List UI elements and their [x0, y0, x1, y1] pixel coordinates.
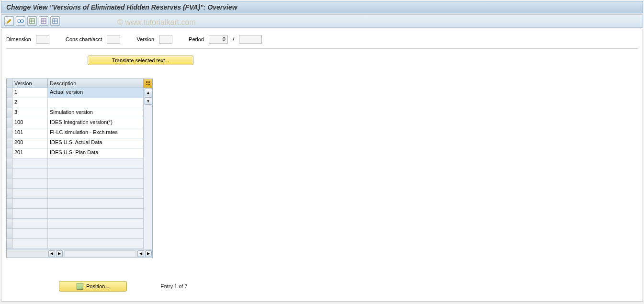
period-input-2[interactable] — [239, 35, 262, 44]
row-selector[interactable] — [7, 128, 12, 138]
period-input-1[interactable] — [209, 35, 228, 44]
table-row[interactable] — [7, 219, 144, 229]
row-selector[interactable] — [7, 88, 12, 98]
row-selector[interactable] — [7, 229, 12, 239]
table-row[interactable]: 3Simulation version — [7, 108, 144, 118]
cons-chart-label: Cons chart/acct — [66, 36, 102, 42]
row-selector[interactable] — [7, 148, 12, 158]
cell-description[interactable] — [48, 239, 144, 249]
horizontal-scrollbar[interactable]: ◀ ▶ ◀ ▶ — [7, 249, 152, 258]
table-row[interactable]: 201IDES U.S. Plan Data — [7, 148, 144, 158]
table-row[interactable] — [7, 179, 144, 189]
cell-description[interactable]: IDES U.S. Actual Data — [48, 138, 144, 148]
footer-bar: Position... Entry 1 of 7 — [6, 281, 188, 292]
table-row[interactable] — [7, 209, 144, 219]
table-row[interactable] — [7, 189, 144, 199]
cell-version[interactable]: 200 — [12, 138, 48, 148]
position-icon — [77, 283, 83, 290]
cell-version[interactable] — [12, 229, 48, 239]
version-label: Version — [136, 36, 154, 42]
table-row[interactable] — [7, 229, 144, 239]
table-row[interactable] — [7, 169, 144, 179]
cell-version[interactable]: 2 — [12, 98, 48, 108]
row-selector[interactable] — [7, 118, 12, 128]
header-fields: Dimension Cons chart/acct Version Period… — [6, 34, 638, 49]
cell-version[interactable] — [12, 209, 48, 219]
hscroll-right-icon[interactable]: ▶ — [56, 250, 63, 257]
table-row[interactable]: 200IDES U.S. Actual Data — [7, 138, 144, 148]
cell-version[interactable] — [12, 179, 48, 189]
cell-description[interactable]: IDES Integration version(*) — [48, 118, 144, 128]
table-row[interactable] — [7, 158, 144, 169]
table-row[interactable]: 101FI-LC simulation - Exch.rates — [7, 128, 144, 138]
table-configure-icon[interactable] — [144, 79, 152, 88]
cell-description[interactable] — [48, 179, 144, 189]
cell-description[interactable] — [48, 98, 144, 108]
table-row[interactable]: 2 — [7, 98, 144, 108]
cell-description[interactable]: FI-LC simulation - Exch.rates — [48, 128, 144, 138]
scroll-down-icon[interactable]: ▼ — [145, 97, 152, 105]
dimension-input[interactable] — [36, 35, 49, 44]
row-selector[interactable] — [7, 169, 12, 179]
table-row[interactable] — [7, 239, 144, 249]
row-selector[interactable] — [7, 138, 12, 148]
cell-description[interactable]: IDES U.S. Plan Data — [48, 148, 144, 158]
row-selector[interactable] — [7, 209, 12, 219]
cell-version[interactable]: 3 — [12, 108, 48, 118]
table-row[interactable]: 100IDES Integration version(*) — [7, 118, 144, 128]
table-settings-icon[interactable] — [50, 16, 60, 26]
hscroll-track[interactable] — [64, 250, 136, 257]
cell-version[interactable] — [12, 199, 48, 209]
cell-version[interactable] — [12, 158, 48, 169]
table-row[interactable]: 1Actual version — [7, 88, 144, 98]
cell-version[interactable]: 100 — [12, 118, 48, 128]
version-input[interactable] — [159, 35, 172, 44]
position-button[interactable]: Position... — [59, 281, 127, 292]
cell-description[interactable] — [48, 158, 144, 169]
cell-version[interactable]: 101 — [12, 128, 48, 138]
row-selector[interactable] — [7, 189, 12, 199]
cell-version[interactable]: 1 — [12, 88, 48, 98]
row-selector[interactable] — [7, 108, 12, 118]
cell-version[interactable]: 201 — [12, 148, 48, 158]
cell-version[interactable] — [12, 219, 48, 229]
hscroll-left2-icon[interactable]: ◀ — [137, 250, 144, 257]
row-selector[interactable] — [7, 199, 12, 209]
select-all-handle[interactable] — [7, 79, 12, 88]
cell-description[interactable] — [48, 209, 144, 219]
versions-table: Version Description 1Actual version23Sim… — [6, 79, 153, 258]
row-selector[interactable] — [7, 158, 12, 169]
cell-version[interactable] — [12, 239, 48, 249]
cell-description[interactable] — [48, 229, 144, 239]
cell-description[interactable] — [48, 199, 144, 209]
position-button-label: Position... — [86, 283, 109, 289]
row-selector[interactable] — [7, 98, 12, 108]
cell-description[interactable]: Simulation version — [48, 108, 144, 118]
watermark-text: © www.tutorialkart.com — [117, 18, 196, 27]
cell-description[interactable]: Actual version — [48, 88, 144, 98]
table-save-icon[interactable] — [39, 16, 48, 26]
cons-chart-input[interactable] — [107, 35, 120, 44]
hscroll-left-icon[interactable]: ◀ — [48, 250, 55, 257]
cell-version[interactable] — [12, 169, 48, 179]
cell-description[interactable] — [48, 219, 144, 229]
cell-description[interactable] — [48, 169, 144, 179]
glasses-icon[interactable] — [16, 16, 25, 26]
hscroll-right2-icon[interactable]: ▶ — [145, 250, 152, 257]
row-selector[interactable] — [7, 239, 12, 249]
table-icon[interactable] — [27, 16, 37, 26]
column-version[interactable]: Version — [12, 79, 48, 88]
row-selector[interactable] — [7, 219, 12, 229]
pencil-icon[interactable] — [4, 16, 14, 26]
translate-button[interactable]: Translate selected text... — [88, 56, 193, 65]
column-description[interactable]: Description — [48, 79, 144, 88]
cell-version[interactable] — [12, 189, 48, 199]
dimension-label: Dimension — [6, 36, 31, 42]
table-row[interactable] — [7, 199, 144, 209]
cell-description[interactable] — [48, 189, 144, 199]
scroll-up-icon[interactable]: ▲ — [145, 89, 152, 96]
row-selector[interactable] — [7, 179, 12, 189]
scroll-track[interactable] — [144, 105, 152, 249]
period-separator: / — [233, 36, 234, 42]
vertical-scrollbar[interactable]: ▲ ▼ — [144, 88, 152, 249]
